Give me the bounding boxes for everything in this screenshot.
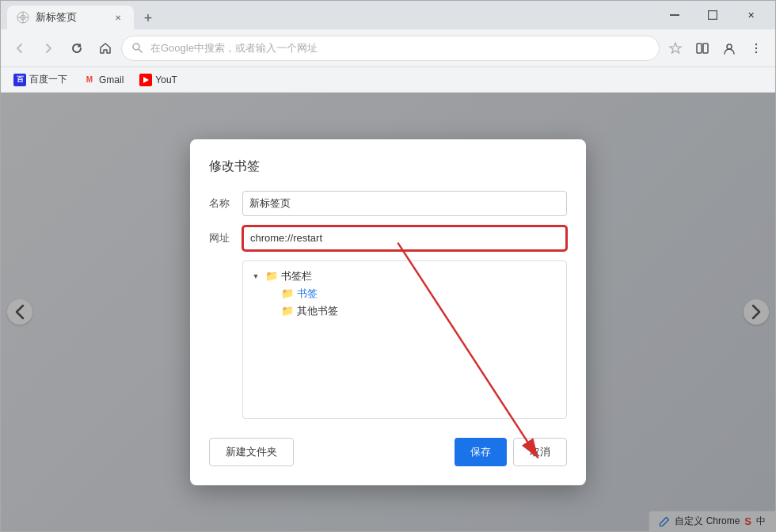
svg-rect-4 — [670, 14, 679, 16]
split-view-btn[interactable] — [690, 36, 715, 61]
window-controls: ✕ — [656, 2, 769, 28]
tree-other-bookmarks[interactable]: 📁 其他书签 — [265, 302, 560, 320]
main-content: 修改书签 名称 网址 ▼ 📁 — [1, 93, 775, 531]
tab-title: 新标签页 — [36, 10, 77, 25]
tree-toggle-empty1 — [265, 287, 278, 300]
url-label: 网址 — [209, 231, 233, 245]
close-btn[interactable]: ✕ — [732, 2, 769, 28]
svg-point-12 — [755, 47, 757, 48]
svg-point-11 — [755, 43, 757, 44]
baidu-favicon: 百 — [13, 74, 26, 86]
tree-children: 📁 书签 📁 其他书签 — [265, 285, 560, 320]
tab-area: 新标签页 ✕ + — [7, 1, 656, 29]
name-label: 名称 — [209, 196, 233, 211]
svg-point-6 — [133, 44, 139, 50]
url-bar[interactable]: 在Google中搜索，或者输入一个网址 — [121, 36, 660, 61]
youtube-label: YouT — [155, 74, 177, 86]
edit-bookmark-dialog: 修改书签 名称 网址 ▼ 📁 — [190, 139, 586, 485]
bookmark-baidu[interactable]: 百 百度一下 — [7, 70, 74, 89]
url-bar-actions — [663, 36, 769, 61]
tree-root[interactable]: ▼ 📁 书签栏 — [249, 268, 560, 285]
name-row: 名称 — [209, 191, 567, 216]
new-folder-btn[interactable]: 新建文件夹 — [209, 438, 294, 466]
new-tab-page: 修改书签 名称 网址 ▼ 📁 — [1, 93, 775, 531]
folder-tree: ▼ 📁 书签栏 📁 书签 📁 — [242, 260, 567, 419]
url-row: 网址 — [209, 226, 567, 251]
folder-icon-root: 📁 — [265, 270, 278, 283]
cancel-btn[interactable]: 取消 — [513, 438, 567, 466]
url-input[interactable] — [242, 226, 567, 251]
refresh-btn[interactable] — [64, 36, 89, 61]
minimize-btn[interactable] — [656, 2, 693, 28]
new-tab-btn[interactable]: + — [137, 7, 159, 29]
svg-point-13 — [755, 51, 757, 52]
forward-btn[interactable] — [36, 36, 61, 61]
tree-other-label: 其他书签 — [297, 304, 338, 318]
tab-favicon — [17, 11, 29, 24]
gmail-favicon: M — [83, 74, 96, 86]
profile-btn[interactable] — [717, 36, 742, 61]
search-icon — [131, 42, 144, 55]
name-input[interactable] — [242, 191, 567, 216]
dialog-actions: 新建文件夹 保存 取消 — [209, 431, 567, 466]
tree-root-label: 书签栏 — [281, 269, 312, 283]
youtube-favicon — [139, 74, 152, 86]
tree-bookmarks-label: 书签 — [297, 287, 318, 301]
svg-rect-8 — [697, 44, 702, 53]
back-btn[interactable] — [7, 36, 32, 61]
menu-btn[interactable] — [744, 36, 769, 61]
save-btn[interactable]: 保存 — [455, 438, 507, 466]
address-bar: 在Google中搜索，或者输入一个网址 — [1, 29, 775, 67]
bookmark-star-btn[interactable] — [663, 36, 688, 61]
maximize-btn[interactable] — [694, 2, 731, 28]
dialog-title: 修改书签 — [209, 158, 567, 175]
home-btn[interactable] — [93, 36, 118, 61]
tab-close-btn[interactable]: ✕ — [112, 11, 124, 24]
folder-icon-bookmarks: 📁 — [281, 287, 294, 300]
active-tab[interactable]: 新标签页 ✕ — [7, 6, 134, 29]
tree-toggle-empty2 — [265, 305, 278, 317]
svg-line-7 — [139, 49, 143, 52]
modal-overlay: 修改书签 名称 网址 ▼ 📁 — [1, 93, 775, 531]
tree-bookmarks[interactable]: 📁 书签 — [265, 285, 560, 302]
bookmarks-bar: 百 百度一下 M Gmail YouT — [1, 67, 775, 93]
url-placeholder: 在Google中搜索，或者输入一个网址 — [150, 41, 318, 55]
svg-rect-9 — [703, 44, 708, 53]
baidu-label: 百度一下 — [29, 73, 67, 86]
gmail-label: Gmail — [99, 74, 124, 86]
svg-point-10 — [727, 44, 732, 49]
bookmark-youtube[interactable]: YouT — [133, 70, 184, 89]
chrome-window: 新标签页 ✕ + ✕ — [0, 0, 776, 532]
bookmark-gmail[interactable]: M Gmail — [77, 70, 130, 89]
folder-icon-other: 📁 — [281, 305, 294, 317]
title-bar: 新标签页 ✕ + ✕ — [1, 1, 775, 29]
svg-rect-5 — [709, 11, 717, 20]
tree-toggle-root[interactable]: ▼ — [249, 270, 262, 283]
